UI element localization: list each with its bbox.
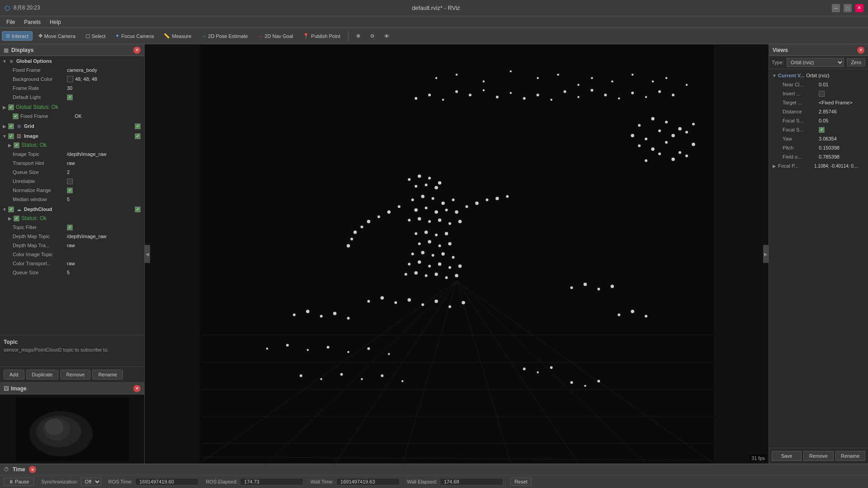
- close-button[interactable]: ✕: [855, 4, 863, 12]
- image-display-row[interactable]: ▼ 🖼 Image: [0, 131, 144, 141]
- reset-button[interactable]: Reset: [510, 478, 532, 486]
- depth-cloud-row[interactable]: ▼ ☁ DepthCloud: [0, 205, 144, 214]
- distance-row: Distance 2.85746: [769, 107, 868, 116]
- minimize-button[interactable]: ─: [832, 4, 840, 12]
- views-type-label: Type:: [772, 60, 784, 65]
- normalize-range-checkbox[interactable]: [67, 188, 73, 193]
- menu-panels[interactable]: Panels: [19, 18, 45, 26]
- ros-time-group: ROS Time: 1691497419.60: [108, 478, 199, 485]
- publish-point-button[interactable]: 📍 Publish Point: [299, 31, 344, 41]
- views-remove-button[interactable]: Remove: [803, 451, 833, 461]
- time-bar-main: ⏸ Pause Synchronization: Off ROS Time: 1…: [0, 476, 868, 488]
- grid-row[interactable]: ▶ ⊞ Grid: [0, 122, 144, 131]
- global-status-expand[interactable]: ▶: [2, 104, 7, 110]
- svg-point-86: [434, 210, 438, 213]
- views-rename-button[interactable]: Rename: [835, 451, 865, 461]
- svg-point-133: [367, 300, 370, 303]
- center-viewport[interactable]: ◀ ▶: [145, 44, 769, 464]
- svg-point-148: [597, 288, 600, 291]
- dc-color-transport-label: Color Transport...: [13, 261, 67, 266]
- toolbar-view-button[interactable]: 👁: [380, 32, 393, 41]
- image-visible-checkbox[interactable]: [135, 133, 141, 139]
- svg-point-30: [652, 80, 654, 82]
- dc-depth-map-tra-label: Depth Map Tra...: [13, 243, 67, 248]
- image-status-checkbox[interactable]: [14, 142, 19, 148]
- left-collapse-handle[interactable]: ◀: [145, 245, 150, 263]
- default-light-checkbox[interactable]: [67, 94, 73, 100]
- toolbar-plus-button[interactable]: ⊕: [352, 31, 364, 41]
- dc-topic-filter-checkbox[interactable]: [67, 225, 73, 230]
- svg-point-93: [448, 222, 451, 225]
- focal-p-row: ▶ Focal P... 1.1084; -0.40114; 0....: [769, 161, 868, 170]
- current-view-expand[interactable]: ▼: [772, 73, 777, 78]
- focal-p-expand[interactable]: ▶: [772, 163, 777, 169]
- depth-cloud-label: DepthCloud: [24, 206, 52, 212]
- gs-fixed-checkbox[interactable]: [13, 113, 19, 119]
- svg-point-105: [486, 198, 488, 201]
- svg-point-109: [425, 230, 428, 234]
- unreliable-checkbox[interactable]: [67, 178, 73, 184]
- invert-checkbox[interactable]: [819, 91, 825, 97]
- add-button[interactable]: Add: [4, 370, 24, 380]
- time-panel-close[interactable]: ✕: [29, 466, 36, 473]
- dc-queue-size-row: Queue Size 5: [0, 268, 144, 277]
- unreliable-row: Unreliable: [0, 177, 144, 186]
- depth-cloud-expand[interactable]: ▼: [2, 206, 7, 212]
- background-color-swatch: [67, 76, 73, 82]
- pause-button[interactable]: ⏸ Pause: [4, 478, 34, 486]
- grid-visible-checkbox[interactable]: [135, 123, 141, 129]
- dc-status-expand[interactable]: ▶: [7, 216, 13, 221]
- measure-button[interactable]: 📏 Measure: [160, 31, 195, 41]
- svg-point-155: [307, 349, 308, 351]
- current-view-row[interactable]: ▼ Current V... Orbit (rviz): [769, 71, 868, 80]
- dc-status-checkbox[interactable]: [14, 216, 19, 221]
- menu-help[interactable]: Help: [45, 18, 66, 26]
- svg-point-120: [452, 256, 455, 258]
- displays-panel-title: Displays: [11, 47, 33, 53]
- rename-button[interactable]: Rename: [92, 370, 123, 380]
- svg-point-149: [611, 285, 614, 288]
- image-display-checkbox[interactable]: [8, 133, 14, 139]
- duplicate-button[interactable]: Duplicate: [26, 370, 59, 380]
- depth-cloud-checkbox[interactable]: [8, 206, 14, 212]
- focus-camera-button[interactable]: ✦ Focus Camera: [111, 31, 158, 41]
- global-options-item: ▼ ⊕ Global Options Fixed Frame camera_bo…: [0, 56, 144, 102]
- toolbar-minus-button[interactable]: ⊖: [366, 31, 378, 41]
- maximize-button[interactable]: □: [844, 4, 852, 12]
- image-panel-close[interactable]: ✕: [133, 385, 141, 392]
- menu-file[interactable]: File: [2, 18, 19, 26]
- interact-button[interactable]: ⊙ Interact: [2, 31, 33, 41]
- views-save-button[interactable]: Save: [772, 451, 802, 461]
- depth-cloud-visible-checkbox[interactable]: [135, 206, 141, 212]
- global-status-checkbox[interactable]: [8, 104, 14, 110]
- move-camera-button[interactable]: ✥ Move Camera: [34, 31, 80, 41]
- grid-checkbox[interactable]: [8, 123, 14, 129]
- svg-point-99: [360, 225, 363, 228]
- nav-goal-label: 2D Nav Goal: [264, 33, 293, 39]
- viewport-svg: [145, 44, 769, 464]
- focal-s2-label: Focal S...: [783, 127, 819, 132]
- zero-button[interactable]: Zero: [847, 58, 865, 66]
- remove-button[interactable]: Remove: [60, 370, 90, 380]
- image-status-expand[interactable]: ▶: [7, 142, 13, 148]
- select-button[interactable]: ▢ Select: [81, 31, 110, 41]
- global-options-expand[interactable]: ▼: [2, 58, 7, 64]
- views-panel-close[interactable]: ✕: [857, 47, 864, 54]
- image-display-expand[interactable]: ▼: [2, 133, 7, 139]
- global-options-row[interactable]: ▼ ⊕ Global Options: [0, 56, 144, 66]
- pose-estimate-button[interactable]: → 2D Pose Estimate: [197, 32, 252, 41]
- image-topic-row: Image Topic /depth/image_raw: [0, 150, 144, 159]
- views-type-select[interactable]: Orbit (rviz): [787, 58, 844, 67]
- sync-select[interactable]: Off: [81, 478, 101, 486]
- svg-point-4: [45, 419, 63, 435]
- right-collapse-handle[interactable]: ▶: [763, 245, 769, 263]
- svg-point-152: [645, 315, 647, 318]
- grid-item: ▶ ⊞ Grid: [0, 121, 144, 131]
- focal-s2-checkbox[interactable]: [819, 127, 825, 133]
- nav-goal-button[interactable]: → 2D Nav Goal: [254, 32, 297, 41]
- global-status-row[interactable]: ▶ Global Status: Ok: [0, 103, 144, 112]
- displays-panel-close[interactable]: ✕: [133, 47, 141, 54]
- ros-elapsed-group: ROS Elapsed: 174.73: [206, 478, 303, 485]
- dc-color-transport-row: Color Transport... raw: [0, 259, 144, 268]
- grid-expand[interactable]: ▶: [2, 123, 7, 129]
